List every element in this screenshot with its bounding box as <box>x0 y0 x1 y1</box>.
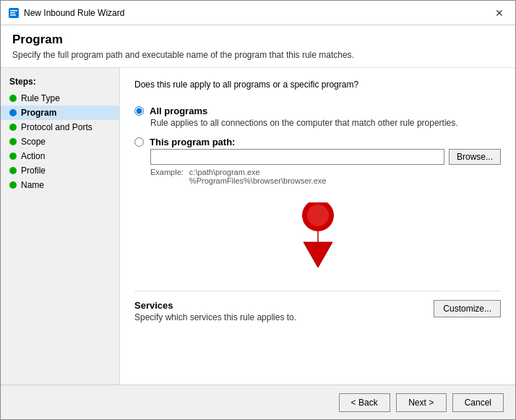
svg-rect-2 <box>10 12 15 14</box>
sidebar-item-profile[interactable]: Profile <box>1 163 119 178</box>
svg-rect-3 <box>10 14 16 16</box>
step-label-profile: Profile <box>21 166 46 176</box>
step-label-scope: Scope <box>21 137 46 147</box>
all-programs-row[interactable]: All programs <box>134 106 501 116</box>
example-paths: c:\path\program.exe %ProgramFiles%\brows… <box>189 168 327 185</box>
back-button[interactable]: < Back <box>339 393 390 412</box>
page-title: Program <box>12 33 504 47</box>
step-label-name: Name <box>21 180 44 190</box>
services-desc: Specify which services this rule applies… <box>134 312 296 322</box>
steps-label: Steps: <box>1 77 119 91</box>
question-text: Does this rule apply to all programs or … <box>134 80 501 90</box>
example-path-1: c:\path\program.exe <box>189 168 327 176</box>
step-label-protocol-ports: Protocol and Ports <box>21 122 93 132</box>
sidebar-item-protocol-ports[interactable]: Protocol and Ports <box>1 120 119 134</box>
sidebar-item-name[interactable]: Name <box>1 178 119 192</box>
services-section: Services Specify which services this rul… <box>134 291 501 322</box>
page-header: Program Specify the full program path an… <box>1 25 515 68</box>
program-path-section: Browse... Example: c:\path\program.exe %… <box>150 149 501 185</box>
window-icon <box>8 7 20 19</box>
svg-rect-1 <box>10 10 17 12</box>
all-programs-radio[interactable] <box>134 106 144 116</box>
title-bar-left: New Inbound Rule Wizard <box>8 7 124 19</box>
this-program-row[interactable]: This program path: <box>134 137 501 147</box>
main-panel: Does this rule apply to all programs or … <box>120 68 515 385</box>
step-label-rule-type: Rule Type <box>21 93 60 103</box>
program-path-row: Browse... <box>150 149 501 165</box>
cancel-button[interactable]: Cancel <box>452 393 504 412</box>
red-arrow-icon <box>289 202 347 275</box>
all-programs-option: All programs Rule applies to all connect… <box>134 106 501 128</box>
step-dot-action <box>9 153 17 160</box>
services-title: Services <box>134 300 296 311</box>
all-programs-label[interactable]: All programs <box>150 106 207 116</box>
content-area: Steps: Rule Type Program Protocol and Po… <box>1 68 515 385</box>
step-dot-profile <box>9 167 17 174</box>
step-label-action: Action <box>21 151 45 161</box>
sidebar-item-rule-type[interactable]: Rule Type <box>1 91 119 106</box>
step-dot-name <box>9 181 17 189</box>
step-label-program: Program <box>21 108 56 118</box>
sidebar-item-scope[interactable]: Scope <box>1 134 119 149</box>
program-path-input[interactable] <box>150 149 444 165</box>
example-label: Example: <box>150 168 184 185</box>
browse-button[interactable]: Browse... <box>449 149 501 165</box>
this-program-radio[interactable] <box>134 137 144 147</box>
step-dot-scope <box>9 138 17 145</box>
main-window: New Inbound Rule Wizard ✕ Program Specif… <box>0 0 516 420</box>
sidebar-item-action[interactable]: Action <box>1 149 119 163</box>
close-button[interactable]: ✕ <box>491 4 508 22</box>
next-button[interactable]: Next > <box>396 393 447 412</box>
page-subtitle: Specify the full program path and execut… <box>12 50 504 60</box>
title-bar: New Inbound Rule Wizard ✕ <box>1 1 515 25</box>
step-dot-protocol-ports <box>9 124 17 131</box>
sidebar-item-program[interactable]: Program <box>1 106 119 120</box>
arrow-container <box>134 202 501 275</box>
services-text-block: Services Specify which services this rul… <box>134 300 296 322</box>
this-program-option: This program path: Browse... Example: c:… <box>134 137 501 185</box>
window-title: New Inbound Rule Wizard <box>24 8 124 18</box>
svg-point-6 <box>307 205 329 226</box>
customize-button[interactable]: Customize... <box>434 300 501 317</box>
sidebar: Steps: Rule Type Program Protocol and Po… <box>1 68 120 385</box>
all-programs-desc: Rule applies to all connections on the c… <box>150 118 501 128</box>
this-program-label[interactable]: This program path: <box>150 137 235 147</box>
step-dot-program <box>9 109 17 116</box>
footer: < Back Next > Cancel <box>1 385 515 419</box>
radio-section: All programs Rule applies to all connect… <box>134 106 501 185</box>
step-dot-rule-type <box>9 95 17 102</box>
example-path-2: %ProgramFiles%\browser\browser.exe <box>189 176 327 185</box>
example-row: Example: c:\path\program.exe %ProgramFil… <box>150 168 501 185</box>
